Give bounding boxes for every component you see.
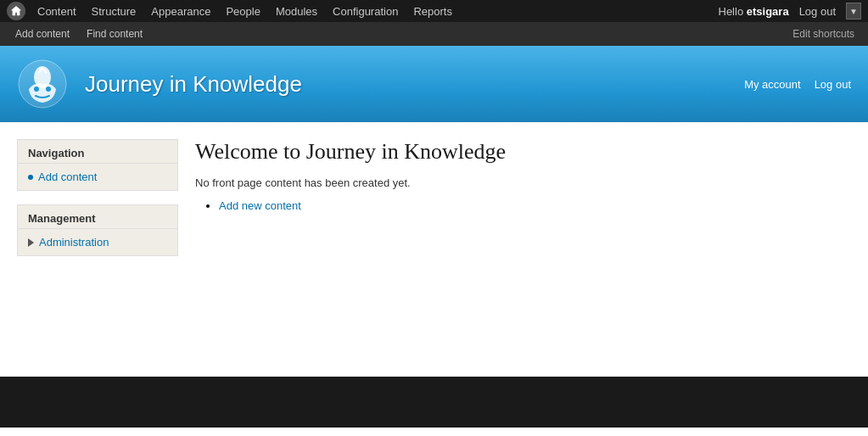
page-content: Welcome to Journey in Knowledge No front… [195, 139, 851, 360]
add-content-shortcut[interactable]: Add content [7, 22, 78, 46]
navigation-block-content: Add content [18, 164, 177, 190]
username: etsigara [747, 5, 789, 18]
admin-right: Hello etsigara Log out ▼ [719, 3, 862, 20]
list-item: Add new content [219, 199, 851, 212]
navigation-block-title: Navigation [18, 140, 177, 164]
page-heading: Welcome to Journey in Knowledge [195, 139, 851, 165]
nav-content[interactable]: Content [31, 0, 83, 22]
nav-appearance[interactable]: Appearance [144, 0, 217, 22]
nav-structure[interactable]: Structure [85, 0, 143, 22]
find-content-shortcut[interactable]: Find content [78, 22, 151, 46]
admin-bar: Content Structure Appearance People Modu… [0, 0, 868, 22]
content-link-list: Add new content [195, 199, 851, 212]
svg-point-3 [46, 87, 51, 92]
hero-logout-link[interactable]: Log out [815, 78, 851, 91]
main-layout: Navigation Add content Management Admini… [0, 122, 868, 377]
nav-people[interactable]: People [219, 0, 266, 22]
hero-banner: Journey in Knowledge My account Log out [0, 46, 868, 122]
management-block-content: Administration [18, 229, 177, 255]
site-title: Journey in Knowledge [85, 71, 302, 98]
administration-link[interactable]: Administration [28, 236, 167, 249]
add-new-content-link[interactable]: Add new content [219, 199, 301, 212]
admin-logout-link[interactable]: Log out [792, 5, 843, 18]
edit-shortcuts-link[interactable]: Edit shortcuts [786, 28, 861, 40]
hero-right-links: My account Log out [744, 78, 851, 91]
management-block-title: Management [18, 205, 177, 229]
navigation-block: Navigation Add content [17, 139, 178, 191]
svg-point-2 [34, 87, 39, 92]
nav-reports[interactable]: Reports [406, 0, 459, 22]
hello-text: Hello etsigara [719, 5, 789, 18]
nav-modules[interactable]: Modules [269, 0, 324, 22]
drupal-logo [17, 59, 68, 109]
footer [0, 377, 868, 428]
shortcuts-bar: Add content Find content Edit shortcuts [0, 22, 868, 46]
dot-icon [28, 175, 33, 180]
sidebar-add-content-link[interactable]: Add content [28, 170, 167, 183]
management-block: Management Administration [17, 204, 178, 256]
nav-configuration[interactable]: Configuration [326, 0, 405, 22]
my-account-link[interactable]: My account [744, 78, 800, 91]
dropdown-arrow[interactable]: ▼ [846, 3, 861, 20]
sidebar: Navigation Add content Management Admini… [17, 139, 178, 360]
triangle-icon [28, 238, 34, 247]
home-icon[interactable] [7, 2, 25, 20]
no-content-message: No front page content has been created y… [195, 176, 851, 189]
